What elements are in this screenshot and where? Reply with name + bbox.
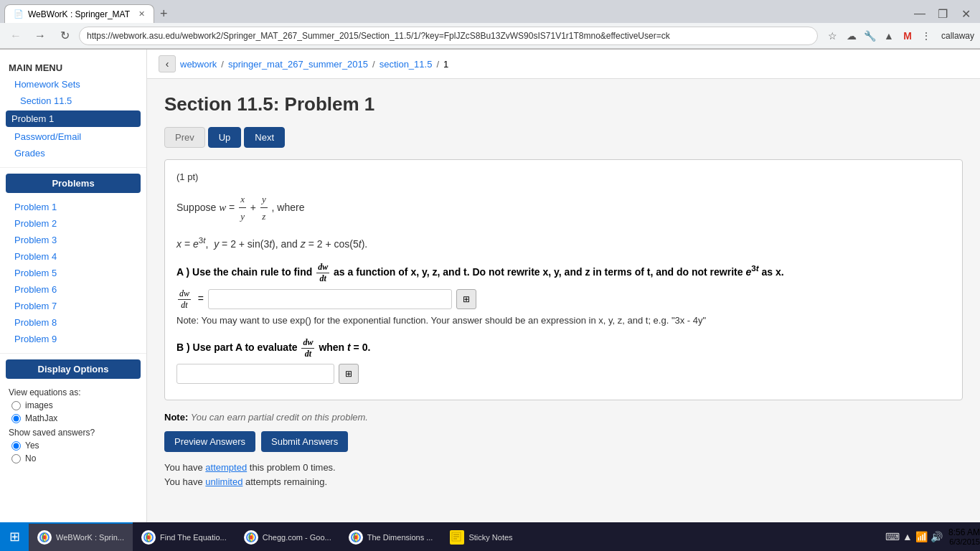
breadcrumb-section[interactable]: section_11.5	[380, 59, 433, 70]
part-b-label: B ) Use part A to evaluate dw dt when t …	[176, 337, 951, 359]
yes-label: Yes	[25, 441, 39, 451]
prev-button[interactable]: Prev	[164, 127, 205, 148]
breadcrumb-course[interactable]: springer_mat_267_summer_2015	[228, 59, 368, 70]
radio-mathjax[interactable]	[11, 414, 21, 423]
taskbar-item-2[interactable]: Chegg.com - Goo...	[235, 522, 340, 551]
sidebar-item-password[interactable]: Password/Email	[0, 128, 146, 145]
point-label: (1 pt)	[176, 171, 951, 182]
tab-favicon: 📄	[14, 9, 24, 19]
part-b-text: ) Use part A to evaluate	[187, 342, 300, 353]
problem-conditions: x = e3t, y = 2 + sin(3t), and z = 2 + co…	[176, 232, 951, 253]
note-block: Note: You can earn partial credit on thi…	[164, 412, 963, 423]
sidebar-item-homework-sets[interactable]: Homework Sets	[0, 76, 146, 93]
browser-icons: ☆ ☁ 🔧 ▲ M ⋮	[825, 28, 934, 44]
maximize-btn[interactable]: ❐	[933, 4, 953, 24]
answer-input-a[interactable]	[208, 289, 452, 309]
part-b-when: when t = 0.	[319, 342, 370, 353]
action-buttons: Preview Answers Submit Answers	[164, 431, 963, 452]
taskbar: ⊞ WeBWorK : Sprin... Find The Equatio...…	[0, 522, 980, 551]
sidebar-item-grades[interactable]: Grades	[0, 145, 146, 161]
browser-chrome: 📄 WeBWorK : Springer_MAT ✕ + — ❐ ✕ ← → ↻…	[0, 0, 980, 50]
address-bar[interactable]	[79, 27, 818, 45]
attempt-line2: You have unlimited attempts remaining.	[164, 475, 963, 490]
close-btn[interactable]: ✕	[956, 4, 976, 24]
note-text: You can earn partial credit on this prob…	[191, 412, 368, 423]
sidebar-problem-4[interactable]: Problem 4	[0, 248, 146, 265]
tray-volume-icon[interactable]: 🔊	[930, 531, 943, 542]
taskbar-label-1: Find The Equatio...	[160, 533, 227, 542]
option-images[interactable]: images	[0, 399, 146, 412]
sidebar-problem-1[interactable]: Problem 1	[0, 199, 146, 215]
tray-keyboard-icon[interactable]: ⌨	[885, 531, 900, 542]
breadcrumb-problem: 1	[443, 59, 448, 70]
cloud-icon[interactable]: ☁	[844, 28, 859, 44]
new-tab-btn[interactable]: +	[154, 4, 174, 23]
view-eq-label: View equations as:	[0, 385, 146, 399]
taskbar-icon-0	[37, 530, 52, 545]
nav-buttons: Prev Up Next	[164, 127, 963, 148]
attempted-link[interactable]: attempted	[205, 462, 247, 473]
sidebar-problem-5[interactable]: Problem 5	[0, 265, 146, 281]
attempt-line1: You have attempted this problem 0 times.	[164, 461, 963, 476]
menu-icon[interactable]: ⋮	[918, 28, 934, 44]
option-yes[interactable]: Yes	[0, 439, 146, 452]
answer-input-b[interactable]	[176, 364, 334, 384]
radio-yes[interactable]	[11, 441, 21, 451]
display-options-header: Display Options	[6, 359, 141, 379]
taskbar-item-3[interactable]: The Dimensions ...	[340, 522, 442, 551]
no-label: No	[25, 453, 36, 463]
extension-icon[interactable]: 🔧	[862, 28, 878, 44]
suppose-text: Suppose	[176, 202, 219, 213]
preview-btn[interactable]: Preview Answers	[164, 431, 255, 452]
sidebar-item-section[interactable]: Section 11.5	[0, 93, 146, 109]
taskbar-icon-3	[349, 530, 363, 545]
breadcrumb-back-btn[interactable]: ‹	[159, 55, 176, 72]
breadcrumb-bar: ‹ webwork / springer_mat_267_summer_2015…	[147, 50, 980, 79]
part-a-suffix: as a function of x, y, z, and t. Do not …	[334, 266, 784, 278]
start-button[interactable]: ⊞	[0, 522, 29, 551]
tab-bar: 📄 WeBWorK : Springer_MAT ✕ + — ❐ ✕	[0, 0, 980, 23]
minimize-btn[interactable]: —	[910, 4, 930, 24]
submit-btn[interactable]: Submit Answers	[261, 431, 348, 452]
reload-btn[interactable]: ↻	[55, 26, 75, 46]
sidebar-problem-3[interactable]: Problem 3	[0, 232, 146, 248]
part-a-text: ) Use the chain rule to find	[186, 266, 315, 278]
breadcrumb-webwork[interactable]: webwork	[180, 59, 217, 70]
problems-section-header: Problems	[6, 174, 141, 193]
taskbar-item-4[interactable]: Sticky Notes	[441, 522, 542, 551]
sidebar-problem-8[interactable]: Problem 8	[0, 314, 146, 331]
taskbar-item-0[interactable]: WeBWorK : Sprin...	[29, 522, 133, 551]
unlimited-link[interactable]: unlimited	[205, 476, 242, 487]
part-a-label: A ) Use the chain rule to find dw dt as …	[176, 262, 951, 284]
up-button[interactable]: Up	[208, 127, 242, 148]
tray-arrow-icon[interactable]: ▲	[903, 531, 913, 542]
grid-btn-a[interactable]: ⊞	[456, 289, 476, 309]
radio-no[interactable]	[11, 454, 21, 463]
back-btn[interactable]: ←	[6, 26, 26, 46]
tab-close-btn[interactable]: ✕	[138, 9, 145, 19]
forward-btn[interactable]: →	[30, 26, 50, 46]
taskbar-item-1[interactable]: Find The Equatio...	[133, 522, 235, 551]
radio-images[interactable]	[11, 401, 21, 410]
browser-controls: ← → ↻ ☆ ☁ 🔧 ▲ M ⋮ callaway	[0, 23, 980, 49]
sidebar-problem-2[interactable]: Problem 2	[0, 215, 146, 232]
sidebar-problem-9[interactable]: Problem 9	[0, 331, 146, 347]
problem-box: (1 pt) Suppose w = x y + y z , whe	[164, 159, 963, 400]
sidebar-problem-6[interactable]: Problem 6	[0, 281, 146, 298]
bookmark-icon[interactable]: ☆	[825, 28, 841, 44]
user-label: callaway	[941, 31, 974, 41]
gmail-icon[interactable]: M	[900, 28, 915, 44]
active-tab[interactable]: 📄 WeBWorK : Springer_MAT ✕	[4, 4, 154, 23]
drive-icon[interactable]: ▲	[881, 28, 897, 44]
option-mathjax[interactable]: MathJax	[0, 412, 146, 425]
math-w: w	[219, 202, 226, 213]
tray-network-icon[interactable]: 📶	[915, 531, 928, 542]
sidebar-problem-7[interactable]: Problem 7	[0, 298, 146, 314]
mathjax-label: MathJax	[25, 413, 57, 423]
option-no[interactable]: No	[0, 452, 146, 465]
main-layout: MAIN MENU Homework Sets Section 11.5 Pro…	[0, 50, 980, 523]
next-button[interactable]: Next	[244, 127, 285, 148]
sidebar-item-problem1[interactable]: Problem 1	[6, 110, 141, 127]
note-hint-a: Note: You may want to use exp() for the …	[176, 315, 951, 326]
grid-btn-b[interactable]: ⊞	[339, 364, 359, 384]
